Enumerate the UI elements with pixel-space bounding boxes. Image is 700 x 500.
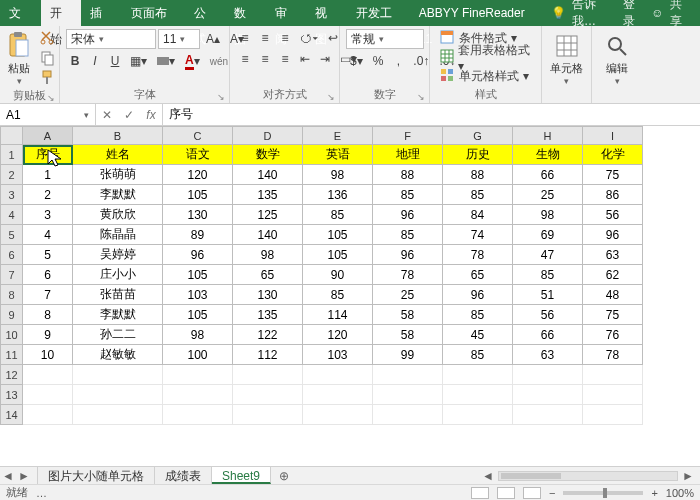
empty-cell[interactable]: [23, 405, 73, 425]
data-cell[interactable]: 85: [443, 305, 513, 325]
empty-cell[interactable]: [513, 385, 583, 405]
sheet-tab-0[interactable]: 图片大小随单元格: [38, 467, 155, 484]
format-painter-button[interactable]: [36, 69, 60, 87]
tell-me[interactable]: 告诉我…: [572, 0, 617, 30]
empty-cell[interactable]: [443, 385, 513, 405]
increase-indent-button[interactable]: ⇥: [316, 50, 334, 68]
data-cell[interactable]: 114: [303, 305, 373, 325]
data-cell[interactable]: 96: [163, 245, 233, 265]
data-cell[interactable]: 2: [23, 185, 73, 205]
cells-button[interactable]: 单元格▾: [548, 29, 585, 87]
empty-cell[interactable]: [303, 365, 373, 385]
empty-cell[interactable]: [443, 405, 513, 425]
data-cell[interactable]: 5: [23, 245, 73, 265]
data-cell[interactable]: 103: [303, 345, 373, 365]
data-cell[interactable]: 6: [23, 265, 73, 285]
data-cell[interactable]: 63: [513, 345, 583, 365]
empty-cell[interactable]: [443, 365, 513, 385]
data-cell[interactable]: 69: [513, 225, 583, 245]
cell-styles-button[interactable]: 单元格样式 ▾: [436, 67, 535, 85]
data-cell[interactable]: 张苗苗: [73, 285, 163, 305]
data-cell[interactable]: 85: [443, 345, 513, 365]
data-cell[interactable]: 88: [373, 165, 443, 185]
table-format-button[interactable]: 套用表格格式 ▾: [436, 48, 535, 66]
data-cell[interactable]: 张萌萌: [73, 165, 163, 185]
number-format-select[interactable]: 常规▾: [346, 29, 424, 49]
sheet-tab-2[interactable]: Sheet9: [212, 467, 271, 484]
data-cell[interactable]: 25: [513, 185, 583, 205]
row-header[interactable]: 2: [1, 165, 23, 185]
col-header-D[interactable]: D: [233, 127, 303, 145]
data-cell[interactable]: 96: [373, 205, 443, 225]
formula-input[interactable]: 序号: [163, 104, 700, 125]
data-cell[interactable]: 63: [583, 245, 643, 265]
paste-button[interactable]: 粘贴 ▾: [6, 29, 32, 87]
empty-cell[interactable]: [23, 385, 73, 405]
data-cell[interactable]: 78: [583, 345, 643, 365]
data-cell[interactable]: 105: [163, 305, 233, 325]
align-top-button[interactable]: ≡: [236, 29, 254, 47]
data-cell[interactable]: 105: [303, 225, 373, 245]
col-header-H[interactable]: H: [513, 127, 583, 145]
row-header[interactable]: 6: [1, 245, 23, 265]
enter-formula-button[interactable]: ✓: [118, 108, 140, 122]
data-cell[interactable]: 98: [163, 325, 233, 345]
data-cell[interactable]: 89: [163, 225, 233, 245]
empty-cell[interactable]: [23, 365, 73, 385]
header-cell[interactable]: 生物: [513, 145, 583, 165]
data-cell[interactable]: 74: [443, 225, 513, 245]
data-cell[interactable]: 135: [233, 185, 303, 205]
row-header[interactable]: 3: [1, 185, 23, 205]
col-header-E[interactable]: E: [303, 127, 373, 145]
data-cell[interactable]: 1: [23, 165, 73, 185]
empty-cell[interactable]: [233, 385, 303, 405]
italic-button[interactable]: I: [86, 52, 104, 70]
decrease-indent-button[interactable]: ⇤: [296, 50, 314, 68]
data-cell[interactable]: 85: [513, 265, 583, 285]
data-cell[interactable]: 李默默: [73, 305, 163, 325]
empty-cell[interactable]: [163, 385, 233, 405]
data-cell[interactable]: 86: [583, 185, 643, 205]
sheet-tab-1[interactable]: 成绩表: [155, 467, 212, 484]
tab-nav-prev[interactable]: ◄: [0, 467, 16, 484]
copy-button[interactable]: [36, 49, 60, 67]
ribbon-tab-9[interactable]: ABBYY FineReader 11: [410, 0, 543, 26]
col-header-F[interactable]: F: [373, 127, 443, 145]
data-cell[interactable]: 130: [163, 205, 233, 225]
view-normal-button[interactable]: [471, 487, 489, 499]
data-cell[interactable]: 100: [163, 345, 233, 365]
font-name-select[interactable]: 宋体▾: [66, 29, 156, 49]
data-cell[interactable]: 78: [373, 265, 443, 285]
percent-button[interactable]: %: [369, 52, 388, 70]
empty-cell[interactable]: [233, 405, 303, 425]
empty-cell[interactable]: [513, 405, 583, 425]
row-header[interactable]: 4: [1, 205, 23, 225]
login-link[interactable]: 登录: [623, 0, 645, 30]
tab-nav-next[interactable]: ►: [16, 467, 32, 484]
data-cell[interactable]: 8: [23, 305, 73, 325]
data-cell[interactable]: 96: [443, 285, 513, 305]
share-button[interactable]: 共享: [670, 0, 692, 30]
data-cell[interactable]: 56: [583, 205, 643, 225]
data-cell[interactable]: 85: [373, 185, 443, 205]
row-header[interactable]: 12: [1, 365, 23, 385]
ribbon-tab-6[interactable]: 审阅: [266, 0, 307, 26]
ribbon-tab-3[interactable]: 页面布局: [122, 0, 185, 26]
dialog-launcher-icon[interactable]: ↘: [47, 93, 55, 103]
data-cell[interactable]: 10: [23, 345, 73, 365]
header-cell[interactable]: 序号: [23, 145, 73, 165]
name-box[interactable]: A1▾: [0, 104, 96, 125]
data-cell[interactable]: 62: [583, 265, 643, 285]
header-cell[interactable]: 历史: [443, 145, 513, 165]
data-cell[interactable]: 陈晶晶: [73, 225, 163, 245]
data-cell[interactable]: 125: [233, 205, 303, 225]
empty-cell[interactable]: [583, 405, 643, 425]
empty-cell[interactable]: [73, 365, 163, 385]
col-header-I[interactable]: I: [583, 127, 643, 145]
data-cell[interactable]: 85: [373, 225, 443, 245]
data-cell[interactable]: 84: [443, 205, 513, 225]
bold-button[interactable]: B: [66, 52, 84, 70]
cancel-formula-button[interactable]: ✕: [96, 108, 118, 122]
data-cell[interactable]: 4: [23, 225, 73, 245]
data-cell[interactable]: 47: [513, 245, 583, 265]
